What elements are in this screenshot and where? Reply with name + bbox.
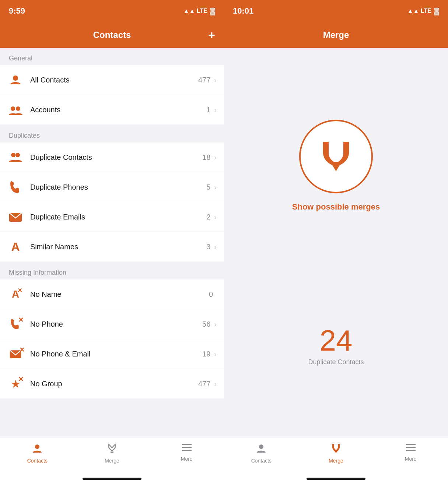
similar-names-label: Similar Names — [30, 243, 206, 251]
svg-point-1 — [11, 106, 15, 111]
no-group-icon: ★ ✕ — [7, 376, 24, 392]
accounts-icon — [7, 102, 24, 118]
left-tab-merge[interactable]: Merge — [75, 443, 150, 464]
right-tab-contacts-label: Contacts — [251, 458, 272, 464]
duplicate-phones-item[interactable]: Duplicate Phones 5 › — [0, 172, 224, 202]
no-phone-chevron: › — [214, 320, 217, 328]
duplicate-emails-icon — [7, 209, 24, 225]
no-phone-count: 56 — [202, 320, 210, 328]
no-name-icon: A✕ — [7, 286, 24, 302]
merge-circle-label: Show possible merges — [292, 202, 380, 212]
right-tab-merge[interactable]: Merge — [299, 443, 374, 464]
duplicate-contacts-count: 18 — [202, 153, 210, 162]
right-more-tab-icon — [405, 443, 416, 454]
left-status-bar: 9:59 ▲▲ LTE ▓ — [0, 0, 224, 22]
merge-circle-section: Show possible merges — [292, 120, 380, 212]
left-status-right: ▲▲ LTE ▓ — [183, 7, 215, 15]
similar-names-count: 3 — [206, 243, 210, 251]
accounts-item[interactable]: Accounts 1 › — [0, 95, 224, 124]
more-tab-icon — [181, 443, 192, 454]
no-phone-label: No Phone — [30, 320, 202, 328]
no-phone-email-icon: ✕ — [7, 346, 24, 362]
all-contacts-chevron: › — [214, 76, 217, 84]
right-tab-contacts[interactable]: Contacts — [224, 443, 299, 464]
merge-content: Show possible merges 24 Duplicate Contac… — [224, 48, 448, 438]
duplicate-emails-item[interactable]: Duplicate Emails 2 › — [0, 202, 224, 232]
left-tab-more[interactable]: More — [149, 443, 224, 462]
merge-count-label: Duplicate Contacts — [308, 358, 364, 366]
all-contacts-item[interactable]: All Contacts 477 › — [0, 65, 224, 95]
general-list: All Contacts 477 › Accounts 1 › — [0, 65, 224, 124]
no-name-item[interactable]: A✕ No Name 0 — [0, 280, 224, 309]
duplicate-contacts-icon — [7, 149, 24, 165]
right-home-bar — [307, 478, 365, 480]
left-tab-bar: Contacts Merge More — [0, 438, 224, 475]
duplicates-list: Duplicate Contacts 18 › Duplicate Phones… — [0, 143, 224, 261]
left-header: Contacts + — [0, 22, 224, 48]
left-home-indicator — [0, 475, 224, 485]
left-home-bar — [83, 478, 141, 480]
right-merge-tab-icon — [330, 443, 342, 456]
svg-point-7 — [35, 444, 39, 449]
merge-circle[interactable] — [299, 120, 373, 193]
similar-names-chevron: › — [214, 243, 217, 251]
all-contacts-icon — [7, 72, 24, 88]
right-tab-more[interactable]: More — [373, 443, 448, 462]
duplicate-emails-label: Duplicate Emails — [30, 213, 206, 221]
similar-names-icon: A — [7, 239, 24, 255]
left-time: 9:59 — [9, 6, 25, 16]
all-contacts-count: 477 — [198, 76, 210, 84]
accounts-chevron: › — [214, 106, 217, 114]
svg-point-2 — [16, 106, 20, 111]
right-tab-bar: Contacts Merge More — [224, 438, 448, 475]
no-phone-icon: ✕ — [7, 316, 24, 332]
no-group-chevron: › — [214, 380, 217, 388]
svg-point-3 — [11, 153, 15, 157]
svg-point-13 — [259, 444, 263, 449]
duplicate-phones-count: 5 — [206, 183, 210, 191]
svg-marker-14 — [334, 451, 338, 453]
svg-marker-12 — [330, 162, 342, 171]
add-contact-button[interactable]: + — [208, 28, 215, 42]
no-group-item[interactable]: ★ ✕ No Group 477 › — [0, 369, 224, 398]
contacts-tab-icon — [32, 443, 43, 456]
duplicate-contacts-chevron: › — [214, 153, 217, 162]
right-time: 10:01 — [233, 6, 253, 16]
svg-point-4 — [15, 153, 20, 157]
duplicate-contacts-item[interactable]: Duplicate Contacts 18 › — [0, 143, 224, 172]
no-phone-item[interactable]: ✕ No Phone 56 › — [0, 309, 224, 339]
left-scroll-area: General All Contacts 477 › — [0, 48, 224, 438]
missing-info-list: A✕ No Name 0 ✕ No Phone 56 — [0, 280, 224, 398]
general-section-label: General — [0, 48, 224, 65]
duplicate-phones-label: Duplicate Phones — [30, 183, 206, 191]
no-name-count: 0 — [209, 290, 213, 299]
left-tab-contacts[interactable]: Contacts — [0, 443, 75, 464]
missing-info-section-label: Missing Information — [0, 262, 224, 280]
similar-names-item[interactable]: A Similar Names 3 › — [0, 232, 224, 261]
accounts-count: 1 — [206, 106, 210, 114]
no-group-count: 477 — [198, 380, 210, 388]
right-battery-icon: ▓ — [434, 7, 439, 15]
left-signal-icon: ▲▲ LTE — [183, 8, 207, 14]
left-header-title: Contacts — [93, 30, 131, 40]
left-tab-more-label: More — [181, 456, 193, 462]
left-panel: 9:59 ▲▲ LTE ▓ Contacts + General All Con… — [0, 0, 224, 485]
right-tab-more-label: More — [405, 456, 417, 462]
right-status-right: ▲▲ LTE ▓ — [407, 7, 439, 15]
merge-tab-icon — [106, 443, 118, 456]
no-phone-email-item[interactable]: ✕ No Phone & Email 19 › — [0, 339, 224, 369]
right-header-title: Merge — [323, 30, 349, 40]
right-signal-icon: ▲▲ LTE — [407, 8, 431, 14]
right-status-bar: 10:01 ▲▲ LTE ▓ — [224, 0, 448, 22]
right-panel: 10:01 ▲▲ LTE ▓ Merge Show possible merge… — [224, 0, 448, 485]
merge-count-section: 24 Duplicate Contacts — [308, 326, 364, 366]
bottom-spacer — [0, 399, 224, 407]
right-tab-merge-label: Merge — [329, 458, 343, 464]
left-battery-icon: ▓ — [210, 7, 215, 15]
accounts-label: Accounts — [30, 106, 206, 114]
duplicates-section-label: Duplicates — [0, 125, 224, 143]
right-home-indicator — [224, 475, 448, 485]
duplicate-emails-chevron: › — [214, 213, 217, 221]
left-tab-merge-label: Merge — [105, 458, 119, 464]
duplicate-phones-chevron: › — [214, 183, 217, 191]
